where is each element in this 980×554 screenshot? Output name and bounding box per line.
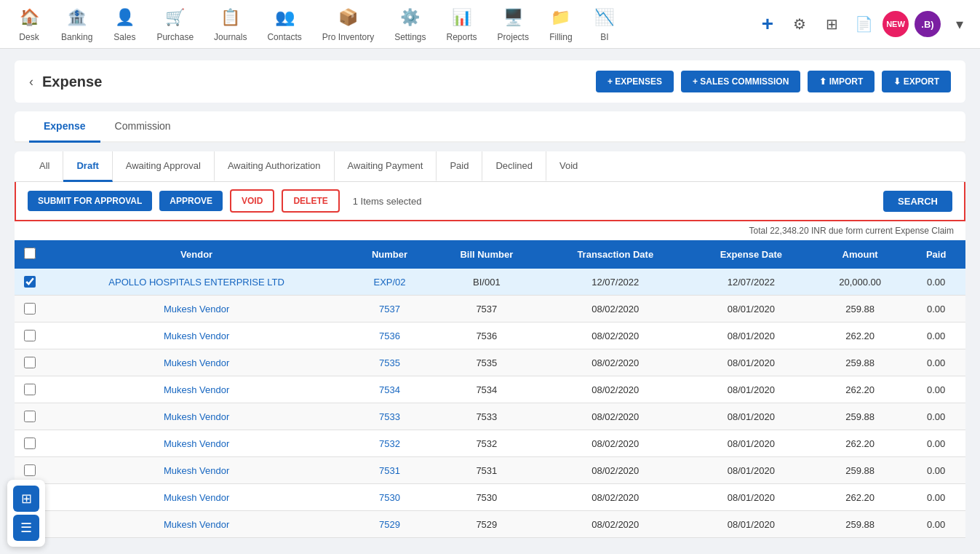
header-actions: + EXPENSES + SALES COMMISSION ⬆ IMPORT ⬇…: [596, 71, 951, 92]
row-checkbox[interactable]: [24, 303, 36, 314]
row-transaction-date: 08/02/2020: [542, 430, 689, 457]
row-amount: 262.20: [813, 376, 907, 403]
reports-icon: 📊: [450, 6, 474, 29]
search-button[interactable]: SEARCH: [883, 191, 952, 212]
row-bill-number: 7534: [431, 376, 542, 403]
nav-item-reports[interactable]: 📊 Reports: [437, 1, 487, 47]
number-link[interactable]: 7536: [379, 331, 400, 341]
list-view-icon[interactable]: ☰: [13, 515, 39, 541]
number-link[interactable]: 7534: [379, 384, 400, 395]
row-checkbox[interactable]: [24, 276, 36, 288]
approve-button[interactable]: APPROVE: [159, 191, 223, 211]
number-link[interactable]: 7530: [379, 492, 400, 503]
nav-item-filling[interactable]: 📁 Filling: [539, 1, 583, 47]
row-checkbox[interactable]: [24, 384, 36, 395]
row-checkbox-cell: [15, 349, 45, 376]
table-header-row: Vendor Number Bill Number Transaction Da…: [15, 240, 965, 269]
sales-commission-button[interactable]: + SALES COMMISSION: [681, 71, 800, 92]
row-checkbox[interactable]: [24, 411, 36, 422]
filter-tab-paid[interactable]: Paid: [437, 151, 482, 182]
number-link[interactable]: 7531: [379, 465, 400, 476]
page-header: ‹ Expense + EXPENSES + SALES COMMISSION …: [15, 60, 965, 103]
row-checkbox[interactable]: [24, 330, 36, 341]
nav-item-sales[interactable]: 👤 Sales: [103, 1, 146, 47]
filter-tab-draft[interactable]: Draft: [63, 151, 112, 182]
row-checkbox[interactable]: [24, 464, 36, 476]
row-checkbox[interactable]: [24, 357, 36, 368]
vendor-link[interactable]: Mukesh Vendor: [164, 411, 229, 422]
submit-for-approval-button[interactable]: SUBMIT FOR APPROVAL: [28, 191, 152, 211]
back-button[interactable]: ‹: [29, 74, 33, 90]
nav-item-contacts[interactable]: 👥 Contacts: [257, 1, 311, 47]
number-link[interactable]: 7535: [379, 357, 400, 368]
gear-button[interactable]: ⚙: [786, 11, 813, 37]
grid-view-icon[interactable]: ⊞: [13, 486, 39, 512]
number-link[interactable]: 7529: [379, 519, 400, 530]
nav-label-contacts: Contacts: [267, 32, 301, 42]
filter-tab-awaiting-payment[interactable]: Awaiting Payment: [335, 151, 437, 182]
page-header-left: ‹ Expense: [29, 74, 102, 90]
filter-tab-awaiting-authorization[interactable]: Awaiting Authorization: [215, 151, 335, 182]
void-button[interactable]: VOID: [230, 189, 274, 213]
row-paid: 0.00: [907, 457, 965, 484]
row-bill-number: BI/001: [431, 269, 542, 296]
row-bill-number: 7529: [431, 511, 542, 538]
tab-expense[interactable]: Expense: [29, 111, 100, 143]
vendor-link[interactable]: Mukesh Vendor: [164, 519, 229, 530]
filter-tab-all[interactable]: All: [26, 151, 63, 182]
number-link[interactable]: 7537: [379, 304, 400, 314]
row-amount: 262.20: [813, 322, 907, 349]
chevron-down-icon[interactable]: ▾: [947, 11, 973, 37]
filter-tab-void[interactable]: Void: [546, 151, 591, 182]
row-transaction-date: 08/02/2020: [542, 322, 689, 349]
row-transaction-date: 08/02/2020: [542, 511, 689, 538]
nav-item-desk[interactable]: 🏠 Desk: [7, 1, 51, 47]
import-button[interactable]: ⬆ IMPORT: [808, 71, 875, 92]
row-vendor: Mukesh Vendor: [45, 511, 348, 538]
row-bill-number: 7537: [431, 296, 542, 322]
table-row: Mukesh Vendor 7532 7532 08/02/2020 08/01…: [15, 430, 965, 457]
vendor-link[interactable]: Mukesh Vendor: [164, 357, 229, 368]
grid-button[interactable]: ⊞: [818, 11, 845, 37]
nav-item-pro-inventory[interactable]: 📦 Pro Inventory: [312, 1, 384, 47]
doc-button[interactable]: 📄: [850, 11, 877, 37]
nav-item-banking[interactable]: 🏦 Banking: [51, 1, 103, 47]
row-checkbox-cell: [15, 430, 45, 457]
export-button[interactable]: ⬇ EXPORT: [882, 71, 951, 92]
vendor-link[interactable]: APOLLO HOSPITALS ENTERPRISE LTD: [108, 277, 284, 288]
select-all-checkbox[interactable]: [24, 248, 36, 259]
nav-item-journals[interactable]: 📋 Journals: [204, 1, 257, 47]
table-row: Mukesh Vendor 7537 7537 08/02/2020 08/01…: [15, 296, 965, 322]
number-link[interactable]: 7532: [379, 438, 400, 449]
row-amount: 259.88: [813, 296, 907, 322]
avatar[interactable]: .B): [915, 11, 941, 37]
number-link[interactable]: EXP/02: [374, 277, 406, 288]
vendor-link[interactable]: Mukesh Vendor: [164, 465, 229, 476]
delete-button[interactable]: DELETE: [282, 189, 339, 213]
vendor-link[interactable]: Mukesh Vendor: [164, 384, 229, 395]
nav-item-purchase[interactable]: 🛒 Purchase: [146, 1, 204, 47]
number-link[interactable]: 7533: [379, 411, 400, 422]
table-container: Vendor Number Bill Number Transaction Da…: [15, 240, 965, 538]
expenses-button[interactable]: + EXPENSES: [596, 71, 674, 92]
vendor-link[interactable]: Mukesh Vendor: [164, 304, 229, 314]
nav-item-bi[interactable]: 📉 BI: [583, 1, 626, 47]
row-checkbox[interactable]: [24, 438, 36, 449]
nav-label-bi: BI: [600, 32, 608, 42]
row-vendor: Mukesh Vendor: [45, 322, 348, 349]
nav-item-settings[interactable]: ⚙️ Settings: [384, 1, 436, 47]
row-expense-date: 08/01/2020: [689, 322, 813, 349]
vendor-link[interactable]: Mukesh Vendor: [164, 438, 229, 449]
add-button[interactable]: +: [754, 11, 781, 37]
filter-tab-declined[interactable]: Declined: [482, 151, 546, 182]
filter-tab-awaiting-approval[interactable]: Awaiting Approval: [113, 151, 215, 182]
tab-commission[interactable]: Commission: [100, 111, 186, 143]
row-expense-date: 08/01/2020: [689, 457, 813, 484]
nav-right-actions: + ⚙ ⊞ 📄 NEW .B) ▾: [754, 11, 973, 37]
nav-item-projects[interactable]: 🖥️ Projects: [487, 1, 539, 47]
col-checkbox: [15, 240, 45, 269]
new-badge[interactable]: NEW: [883, 11, 909, 37]
vendor-link[interactable]: Mukesh Vendor: [164, 331, 229, 341]
vendor-link[interactable]: Mukesh Vendor: [164, 492, 229, 503]
table-row: Mukesh Vendor 7535 7535 08/02/2020 08/01…: [15, 349, 965, 376]
